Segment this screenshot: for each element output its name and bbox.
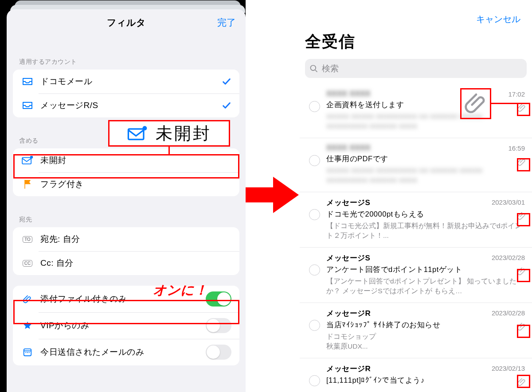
mail-row[interactable]: メッセージR2023/02/28当店ﾏｲｼｮｯﾌﾟ ｻｲﾄ終了のお知らせドコモシ… [300, 303, 532, 358]
mail-body: XXXX XXXX17:02企画資料を送付しますXXXXX XXXXX XXXX… [326, 89, 527, 132]
callout-unread-badge: 未開封 [108, 120, 230, 147]
row-label: 宛先: 自分 [40, 233, 231, 245]
mail-body: メッセージS2023/02/28アンケート回答でdポイント11ptゲット【アンケ… [326, 253, 527, 296]
mail-sender: XXXX XXXX [326, 144, 371, 152]
mail-row[interactable]: XXXX XXXX17:02企画資料を送付しますXXXXX XXXXX XXXX… [300, 84, 532, 138]
sheet-title: フィルタ [107, 16, 146, 29]
inbox-icon [21, 78, 34, 85]
mail-subject: 当店ﾏｲｼｮｯﾌﾟ ｻｲﾄ終了のお知らせ [326, 320, 525, 330]
row-label: Cc: 自分 [40, 257, 231, 269]
svg-point-4 [25, 352, 26, 353]
paperclip-large-icon [464, 90, 489, 115]
flag-icon [21, 179, 34, 190]
svg-point-6 [29, 352, 30, 353]
search-input[interactable]: 検索 [305, 59, 527, 78]
row-label: フラグ付き [40, 179, 231, 190]
callout-clip-box-5 [517, 325, 530, 338]
cancel-button[interactable]: キャンセル [476, 13, 520, 25]
svg-line-10 [315, 70, 317, 72]
mail-sender: メッセージR [326, 364, 371, 374]
mail-body: メッセージR2023/02/13[11,111pt]ﾛｸﾞｲﾝで当てよう♪ [326, 364, 527, 387]
select-radio[interactable] [302, 308, 326, 352]
mail-time: 17:02 [508, 89, 525, 98]
account-row-docomo[interactable]: ドコモメール [13, 70, 239, 93]
mail-time: 2023/02/28 [492, 308, 525, 317]
checkmark-icon [222, 77, 231, 86]
mail-row[interactable]: メッセージS2023/02/28アンケート回答でdポイント11ptゲット【アンケ… [300, 248, 532, 303]
arrow-icon [246, 175, 300, 215]
mail-subject: 仕事用のPDFです [326, 154, 525, 164]
today-toggle[interactable] [206, 345, 231, 360]
mail-sender: メッセージS [326, 198, 370, 208]
inbox-icon [21, 101, 34, 109]
mail-row[interactable]: XXXX XXXX16:59仕事用のPDFですXXXXX XXXXX XXXXX… [300, 138, 532, 192]
select-radio[interactable] [302, 198, 326, 241]
mail-row[interactable]: メッセージR2023/02/13[11,111pt]ﾛｸﾞｲﾝで当てよう♪ [300, 358, 532, 392]
toggle-row-today[interactable]: 今日送信されたメールのみ [13, 339, 239, 365]
mailbox-title: 全受信 [300, 0, 532, 59]
mailbox-panel: キャンセル 全受信 検索 XXXX XXXX17:02企画資料を送付しますXXX… [300, 0, 532, 392]
account-label: ドコモメール [40, 76, 222, 87]
mail-preview: 【ドコモ光公式】新規工事料が無料！新規お申込みでdポイント２万ポイント！... [326, 221, 525, 241]
svg-point-5 [27, 352, 28, 353]
account-row-message-rs[interactable]: メッセージR/S [13, 93, 239, 117]
select-radio[interactable] [302, 89, 326, 132]
select-radio[interactable] [302, 253, 326, 296]
callout-clip-box-4 [517, 269, 530, 282]
mail-sender: メッセージR [326, 308, 371, 318]
done-button[interactable]: 完了 [217, 16, 236, 29]
search-icon [309, 64, 318, 73]
callout-clip-box-3 [517, 213, 530, 226]
mail-preview: XXXXX XXXXX XXXXXXXXX XX XXXXXX XXXXX XX… [326, 166, 525, 186]
mail-subject: [11,111pt]ﾛｸﾞｲﾝで当てよう♪ [326, 376, 525, 385]
addressed-row-to[interactable]: TO 宛先: 自分 [13, 227, 239, 251]
filter-panel: フィルタ 完了 適用するアカウント ドコモメール メッセージR/S 含める [0, 0, 246, 392]
svg-point-9 [311, 65, 316, 70]
mail-subject: アンケート回答でdポイント11ptゲット [326, 265, 525, 275]
search-placeholder: 検索 [322, 63, 339, 74]
addressed-group: TO 宛先: 自分 CC Cc: 自分 [13, 227, 239, 275]
mail-time: 2023/02/13 [492, 364, 525, 372]
cc-badge-icon: CC [21, 260, 34, 267]
mail-body: メッセージR2023/02/28当店ﾏｲｼｮｯﾌﾟ ｻｲﾄ終了のお知らせドコモシ… [326, 308, 527, 352]
row-label: 今日送信されたメールのみ [40, 346, 206, 358]
select-radio[interactable] [302, 144, 326, 186]
mail-sender: メッセージS [326, 253, 370, 263]
callout-clip-box-6 [517, 375, 530, 388]
to-badge-icon: TO [21, 236, 34, 243]
section-label-accounts: 適用するアカウント [7, 36, 246, 70]
calendar-icon [21, 347, 34, 357]
mail-list: XXXX XXXX17:02企画資料を送付しますXXXXX XXXXX XXXX… [300, 84, 532, 392]
callout-highlight-attachments-row [13, 300, 239, 324]
mail-subject: ドコモ光で20000ptもらえる [326, 210, 525, 219]
svg-point-8 [142, 126, 147, 131]
filter-sheet: フィルタ 完了 適用するアカウント ドコモメール メッセージR/S 含める [7, 9, 246, 392]
mail-body: メッセージS2023/03/01ドコモ光で20000ptもらえる【ドコモ光公式】… [326, 198, 527, 241]
mail-body: XXXX XXXX16:59仕事用のPDFですXXXXX XXXXX XXXXX… [326, 144, 527, 186]
addressed-row-cc[interactable]: CC Cc: 自分 [13, 251, 239, 275]
select-radio[interactable] [302, 364, 326, 387]
account-label: メッセージR/S [40, 100, 222, 111]
mail-time: 16:59 [508, 144, 525, 152]
svg-rect-7 [128, 129, 144, 140]
mail-preview: 【アンケート回答でdポイントプレゼント】 知っていましたか？ メッセージSではポ… [326, 276, 525, 296]
callout-highlight-unread-row [13, 154, 239, 179]
checkmark-icon [222, 101, 231, 110]
mail-preview: ドコモショップ 秋葉原UDX... [326, 332, 525, 352]
callout-on-label: オンに！ [153, 281, 207, 299]
mail-sender: XXXX XXXX [326, 89, 371, 98]
mail-row[interactable]: メッセージS2023/03/01ドコモ光で20000ptもらえる【ドコモ光公式】… [300, 192, 532, 248]
section-label-addressed: 宛先 [7, 196, 246, 227]
mail-time: 2023/02/28 [492, 253, 525, 261]
accounts-group: ドコモメール メッセージR/S [13, 70, 239, 117]
mail-subject: 企画資料を送付します [326, 100, 525, 110]
callout-clip-connector [491, 103, 518, 104]
callout-clip-box-2 [517, 158, 530, 171]
callout-clip-box-1 [517, 103, 530, 116]
callout-unread-text: 未開封 [156, 122, 211, 145]
mail-preview: XXXXX XXXXX XXXXXXXXX XX XXXXXX XXXXX XX… [326, 112, 525, 132]
mail-time: 2023/03/01 [492, 198, 525, 206]
